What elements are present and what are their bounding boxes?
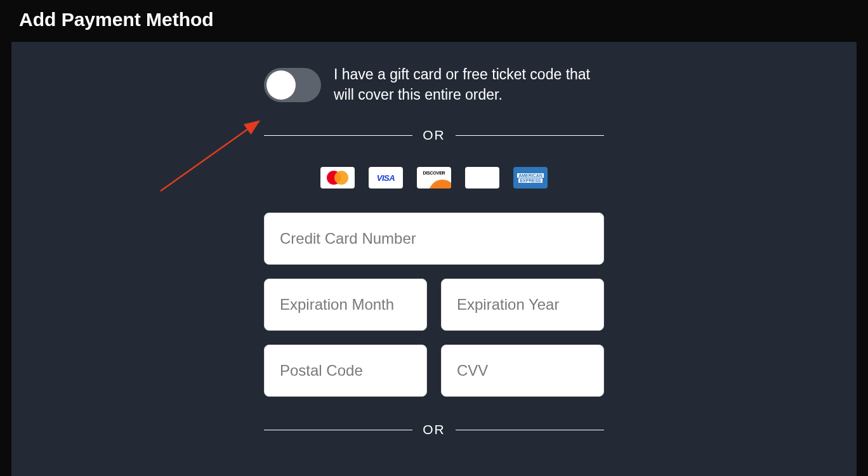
divider-text: OR [423,422,445,437]
discover-icon: DISCOVER [417,167,451,188]
giftcard-toggle-label: I have a gift card or free ticket code t… [334,65,604,105]
divider-or-top: OR [264,128,604,143]
giftcard-toggle[interactable] [264,68,321,102]
postal-code-input[interactable] [264,345,427,397]
expiration-year-input[interactable] [441,279,604,331]
amex-icon: AMERICANEXPRESS [513,167,548,188]
accepted-cards: VISA DISCOVER AMERICANEXPRESS [264,167,604,188]
visa-icon: VISA [369,167,403,188]
divider-line [264,430,412,430]
divider-text: OR [423,128,445,143]
giftcard-toggle-row: I have a gift card or free ticket code t… [264,65,604,105]
page-title: Add Payment Method [0,0,868,42]
payment-panel: I have a gift card or free ticket code t… [11,42,857,476]
divider-line [456,430,604,430]
divider-line [264,135,412,136]
annotation-arrow-icon [154,115,268,197]
divider-or-bottom: OR [264,422,604,437]
svg-line-1 [161,121,259,191]
cvv-input[interactable] [441,345,604,397]
divider-line [456,135,604,136]
jcb-icon [465,167,499,188]
mastercard-icon [320,167,355,188]
toggle-knob-icon [266,70,296,100]
expiration-month-input[interactable] [264,279,427,331]
card-number-input[interactable] [264,213,604,265]
